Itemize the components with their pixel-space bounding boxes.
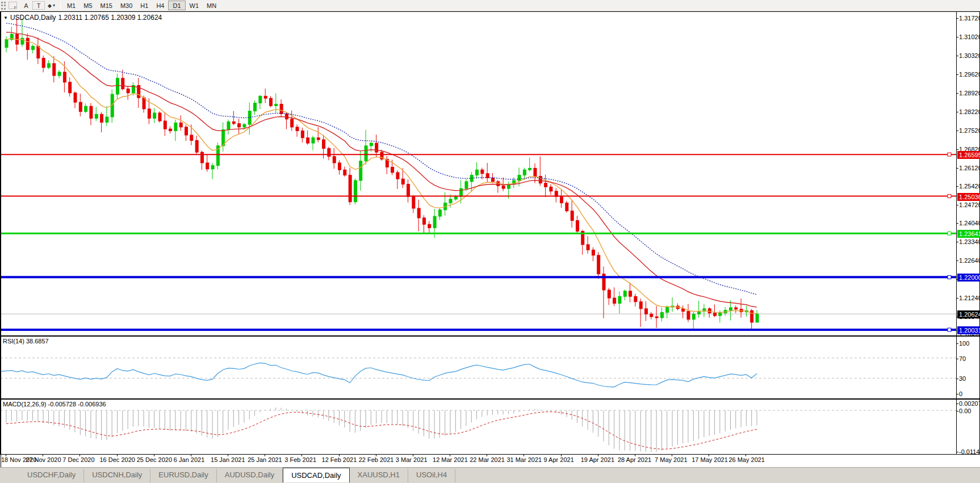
price-tick	[957, 205, 958, 205]
date-label: 26 May 2021	[728, 456, 765, 463]
macd-panel: MACD(12,26,9) -0.005728 -0.006936 0.0020…	[0, 399, 980, 455]
rsi-tick	[957, 379, 958, 379]
date-label: 27 Nov 2020	[26, 456, 61, 463]
timeframe-button-h1[interactable]: H1	[136, 1, 152, 10]
text-t-button[interactable]: T	[32, 1, 45, 10]
price-tick-label: 1.21240	[959, 295, 980, 302]
price-tick	[957, 93, 958, 94]
price-tick-label: 1.30320	[959, 52, 980, 60]
price-tick	[957, 223, 958, 224]
date-label: 7 Dec 2020	[62, 456, 94, 463]
timeframe-button-m15[interactable]: M15	[97, 1, 116, 10]
date-label: 3 Feb 2021	[284, 456, 316, 463]
price-tick	[957, 37, 958, 37]
date-label: 12 Feb 2021	[322, 456, 357, 463]
macd-histogram	[6, 408, 757, 452]
chart-tab-bar: USDCHF,DailyUSDCNH,DailyEURUSD,DailyAUDU…	[0, 467, 980, 483]
rsi-line	[1, 363, 757, 387]
timeframe-button-mn[interactable]: MN	[203, 1, 220, 10]
hline-handle-1.23641[interactable]	[948, 232, 951, 235]
date-label: 6 Jan 2021	[174, 456, 204, 463]
timeframe-button-d1[interactable]: D1	[168, 1, 185, 10]
macd-chart[interactable]	[1, 400, 956, 454]
toolbar-grip-icon[interactable]	[1, 2, 6, 10]
macd-tick	[957, 411, 958, 411]
tab-audusd-daily[interactable]: AUDUSD,Daily	[217, 469, 283, 482]
timeframe-group: M1M5M15M30H1H4D1W1MN	[63, 1, 220, 10]
price-tick	[957, 56, 958, 56]
date-label: 25 Jan 2021	[248, 456, 282, 463]
hline-handle-1.25036[interactable]	[948, 195, 951, 198]
rsi-tick	[957, 394, 958, 394]
tab-xauusd-h1[interactable]: XAUUSD,H1	[350, 469, 408, 482]
timeframe-button-w1[interactable]: W1	[186, 1, 203, 10]
price-tick-label: 1.23340	[959, 238, 980, 246]
date-label: 19 Apr 2021	[581, 456, 614, 463]
chart-dropdown-arrow-icon: ▼	[3, 15, 8, 20]
price-tick	[957, 168, 958, 169]
grid-icon: F	[9, 2, 17, 9]
timeframe-button-m30[interactable]: M30	[116, 1, 136, 10]
hline-price-label: 1.25036	[957, 193, 980, 201]
price-chart[interactable]	[1, 12, 956, 335]
date-label: 28 Apr 2021	[618, 456, 651, 463]
price-tick-label: 1.31720	[959, 15, 980, 22]
axis-divider	[956, 337, 957, 398]
date-label: 15 Jan 2021	[211, 456, 245, 463]
date-label: 12 Mar 2021	[433, 456, 468, 463]
hline-handle-1.22000[interactable]	[948, 275, 951, 279]
rsi-chart[interactable]	[1, 337, 956, 398]
tab-usdchf-daily[interactable]: USDCHF,Daily	[19, 469, 84, 482]
macd-tick	[957, 452, 958, 452]
price-tick	[957, 18, 958, 19]
rsi-tick	[957, 359, 958, 359]
price-tick	[957, 149, 958, 150]
price-tick	[957, 112, 958, 112]
chart-title[interactable]: ▼ USDCAD,Daily 1.20311 1.20765 1.20309 1…	[3, 14, 162, 22]
axis-divider	[956, 400, 957, 454]
date-label: 31 Mar 2021	[506, 456, 542, 463]
hline-handle-1.20031[interactable]	[948, 328, 951, 331]
timeframe-button-h4[interactable]: H4	[152, 1, 168, 10]
macd-tick-label: 0.002074	[959, 400, 980, 408]
price-tick-label: 1.31020	[959, 33, 980, 41]
macd-tick-label: 0.00	[959, 408, 971, 415]
price-tick-label: 1.27520	[959, 127, 980, 135]
tab-usdcnh-daily[interactable]: USDCNH,Daily	[84, 469, 150, 482]
price-tick	[957, 261, 958, 261]
tab-eurusd-daily[interactable]: EURUSD,Daily	[150, 469, 216, 482]
tab-usdcad-daily[interactable]: USDCAD,Daily	[283, 468, 349, 482]
tab-usoil-h4[interactable]: USOil,H4	[408, 469, 455, 482]
mt4-window: F A T ◆ ▾ M1M5M15M30H1H4D1W1MN ▼ USDCAD,…	[0, 0, 980, 483]
price-tick-label: 1.29620	[959, 71, 980, 78]
price-tick-label: 1.25420	[959, 183, 980, 190]
price-tick	[957, 131, 958, 131]
timeframe-button-m1[interactable]: M1	[63, 1, 79, 10]
hline-price-label: 1.20031	[957, 326, 980, 334]
current-price-label: 1.20624	[957, 310, 980, 318]
rsi-tick-label: 30	[959, 375, 966, 383]
symbols-dropdown-button[interactable]: ◆ ▾	[45, 1, 58, 11]
rsi-indicator-label: RSI(14) 38.6857	[3, 338, 49, 345]
timeframe-button-m5[interactable]: M5	[79, 1, 96, 10]
rsi-tick-label: 100	[959, 340, 969, 347]
price-tick	[957, 74, 958, 75]
date-label: 17 May 2021	[692, 456, 728, 463]
macd-indicator-label: MACD(12,26,9) -0.005728 -0.006936	[3, 401, 106, 408]
window-edge	[1, 11, 1, 467]
price-tick	[957, 242, 958, 242]
date-label: 22 Feb 2021	[359, 456, 394, 463]
top-toolbar: F A T ◆ ▾ M1M5M15M30H1H4D1W1MN	[0, 0, 980, 11]
hline-price-label: 1.22000	[957, 274, 980, 282]
rsi-tick-label: 70	[959, 355, 966, 363]
date-axis[interactable]: 18 Nov 202027 Nov 20207 Dec 202016 Dec 2…	[0, 455, 980, 467]
rsi-tick	[957, 343, 958, 344]
rsi-tick-label: 0	[959, 390, 962, 398]
price-tick	[957, 186, 958, 187]
arrow-a-button[interactable]: A	[20, 1, 32, 11]
date-label: 3 Mar 2021	[396, 456, 428, 463]
grid-f-button[interactable]: F	[6, 1, 20, 11]
hline-handle-1.26595[interactable]	[948, 153, 951, 156]
date-label: 25 Dec 2020	[137, 456, 172, 463]
chart-ohlc-label: 1.20311 1.20765 1.20309 1.20624	[58, 14, 162, 22]
